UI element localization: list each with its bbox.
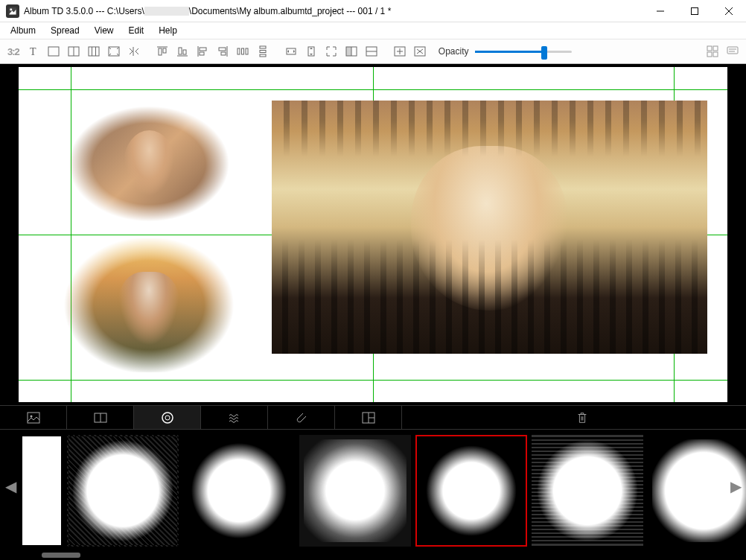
svg-rect-3	[692, 7, 698, 14]
svg-rect-49	[727, 47, 738, 54]
svg-text:T: T	[30, 46, 36, 57]
svg-rect-36	[346, 47, 351, 56]
bottom-tab-row	[0, 406, 746, 430]
fit-tool-icon[interactable]	[105, 42, 123, 60]
menu-spread[interactable]: Spread	[43, 24, 87, 37]
svg-rect-16	[163, 48, 166, 53]
close-button[interactable]	[712, 0, 746, 22]
titlebar: Album TD 3.5.0.0 --- C:\Users\\Documents…	[0, 0, 746, 22]
grid-view-icon[interactable]	[704, 42, 721, 60]
svg-point-1	[10, 8, 12, 10]
svg-rect-48	[713, 52, 718, 57]
mirror-tool-icon[interactable]	[125, 42, 143, 60]
menubar: Album Spread View Edit Help	[0, 22, 746, 39]
spread-canvas[interactable]	[19, 67, 727, 402]
slider-fill	[475, 51, 545, 53]
svg-rect-26	[237, 48, 240, 54]
align-bottom-icon[interactable]	[173, 42, 191, 60]
mask-thumbnail-strip: ◀ ▶	[0, 430, 746, 551]
split2-tool-icon[interactable]	[65, 42, 83, 60]
trash-icon[interactable]	[567, 406, 597, 429]
svg-rect-45	[707, 46, 712, 51]
svg-rect-29	[260, 46, 266, 48]
aspect-ratio-label: 3:2	[7, 46, 19, 57]
svg-rect-18	[179, 48, 182, 54]
mask-thumbnail[interactable]	[532, 435, 643, 547]
tab-images[interactable]	[0, 406, 67, 429]
svg-point-56	[162, 413, 173, 423]
rows-icon[interactable]	[363, 42, 380, 60]
rect-tool-icon[interactable]	[45, 42, 63, 60]
redacted-username	[144, 7, 189, 16]
tab-spreads[interactable]	[67, 406, 134, 429]
svg-rect-19	[183, 50, 186, 54]
svg-rect-31	[260, 54, 266, 57]
add-icon[interactable]	[391, 42, 409, 60]
svg-point-53	[30, 415, 32, 417]
placed-image-1[interactable]	[63, 104, 235, 223]
app-icon	[6, 4, 19, 18]
mask-edge	[272, 101, 707, 354]
placed-image-2[interactable]	[63, 238, 235, 372]
opacity-label: Opacity	[439, 46, 469, 57]
align-left-icon[interactable]	[194, 42, 211, 60]
guide-horizontal	[19, 380, 727, 381]
svg-point-57	[165, 416, 170, 420]
menu-help[interactable]: Help	[151, 24, 185, 37]
window-title: Album TD 3.5.0.0 --- C:\Users\\Documents…	[24, 6, 643, 16]
slider-thumb[interactable]	[541, 46, 547, 60]
window-controls	[643, 0, 746, 22]
distribute-v-icon[interactable]	[254, 42, 272, 60]
scroll-right-icon[interactable]: ▶	[725, 430, 746, 542]
mask-thumbnail[interactable]	[21, 435, 63, 547]
svg-rect-47	[707, 52, 712, 57]
tab-masks[interactable]	[134, 406, 201, 429]
text-tool-icon[interactable]: T	[25, 42, 42, 60]
opacity-slider[interactable]	[475, 44, 572, 59]
svg-rect-27	[241, 48, 243, 54]
svg-rect-7	[48, 47, 59, 56]
bottom-panel: ◀ ▶	[0, 405, 746, 560]
align-top-icon[interactable]	[153, 42, 171, 60]
svg-rect-30	[260, 51, 266, 53]
svg-rect-15	[159, 48, 162, 55]
menu-view[interactable]: View	[87, 24, 121, 37]
delete-icon[interactable]	[411, 42, 429, 60]
svg-rect-21	[200, 48, 206, 51]
svg-rect-24	[219, 48, 226, 51]
tab-textures[interactable]	[201, 406, 268, 429]
tab-clips[interactable]	[268, 406, 335, 429]
mask-thumbnail[interactable]	[67, 435, 179, 547]
svg-rect-28	[246, 48, 248, 54]
mask-thumbnail[interactable]	[183, 435, 295, 547]
stretch-h-icon[interactable]	[282, 42, 300, 60]
comment-icon[interactable]	[724, 42, 742, 60]
tab-layouts[interactable]	[335, 406, 402, 429]
canvas-area[interactable]	[0, 64, 746, 405]
align-right-icon[interactable]	[214, 42, 232, 60]
stretch-v-icon[interactable]	[302, 42, 320, 60]
maximize-button[interactable]	[678, 0, 712, 22]
svg-rect-22	[200, 52, 204, 55]
split3-tool-icon[interactable]	[85, 42, 103, 60]
menu-album[interactable]: Album	[3, 24, 43, 37]
toolbar: 3:2 T Opacity	[0, 39, 746, 64]
mask-thumbnail-selected[interactable]	[415, 435, 527, 547]
svg-rect-25	[221, 52, 226, 55]
menu-edit[interactable]: Edit	[121, 24, 152, 37]
distribute-h-icon[interactable]	[234, 42, 252, 60]
guide-horizontal	[19, 89, 727, 90]
expand-icon[interactable]	[322, 42, 340, 60]
columns-icon[interactable]	[342, 42, 360, 60]
scroll-left-icon[interactable]: ◀	[0, 430, 21, 542]
horizontal-scrollbar[interactable]	[0, 551, 746, 560]
placed-image-3[interactable]	[272, 101, 707, 354]
minimize-button[interactable]	[643, 0, 678, 22]
mask-thumbnail[interactable]	[299, 435, 411, 547]
svg-rect-10	[89, 47, 99, 56]
svg-rect-46	[713, 46, 718, 51]
scrollbar-thumb[interactable]	[42, 553, 80, 558]
